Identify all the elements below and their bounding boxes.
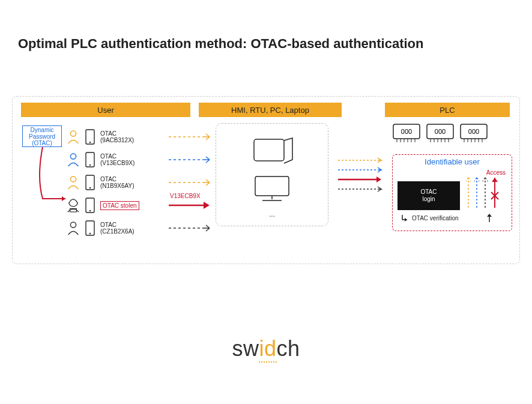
- svg-point-2: [89, 142, 91, 143]
- svg-point-4: [70, 154, 76, 159]
- stolen-code-label: V13ECB9X: [170, 193, 201, 199]
- monitor-icon: [249, 173, 295, 203]
- otac-code-label: OTAC(CZ1B2X6A): [100, 222, 144, 235]
- chip-icon: 000: [426, 123, 455, 145]
- svg-point-0: [70, 131, 76, 136]
- chip-icon: 000: [459, 123, 488, 145]
- user-row: OTAC(9ACB312X): [67, 125, 144, 148]
- user-row: OTAC(V13ECB9X): [67, 148, 144, 171]
- phone-icon: [83, 174, 97, 191]
- otac-verification-label: OTAC verification: [401, 213, 494, 223]
- phone-icon: [83, 197, 97, 214]
- otac-code-label: OTAC(N1B9X6AY): [100, 176, 144, 189]
- swidch-logo: swidch: [0, 336, 532, 361]
- svg-rect-21: [255, 176, 289, 196]
- identifiable-title: Identifiable user: [393, 157, 512, 166]
- chip-icon: 000: [392, 123, 421, 145]
- phone-icon: [83, 151, 97, 168]
- otac-login-box: OTAC login: [397, 181, 460, 210]
- hmi-to-plc-arrows: [338, 157, 386, 205]
- person-icon: [67, 174, 80, 191]
- user-row: OTAC(N1B9X6AY): [67, 171, 144, 194]
- hmi-device-box: ...: [216, 123, 328, 226]
- user-to-hmi-arrow: [169, 148, 212, 171]
- theft-path-arrow: [39, 147, 69, 204]
- return-arrow-icon: [401, 214, 410, 222]
- page-title: Optimal PLC authentication method: OTAC-…: [18, 36, 424, 52]
- person-icon: [67, 128, 80, 145]
- access-arrows: [465, 174, 507, 210]
- hmi-ellipsis: ...: [269, 210, 275, 219]
- user-to-hmi-arrow: [169, 171, 212, 194]
- svg-text:000: 000: [435, 128, 446, 135]
- col-header-user: User: [21, 103, 190, 117]
- svg-rect-20: [254, 139, 284, 161]
- plc-chips: 000 000 000: [392, 123, 488, 145]
- dynamic-password-box: Dynamic Password (OTAC): [22, 125, 62, 147]
- user-row-hacker: OTAC stolen: [67, 194, 139, 217]
- hacker-icon: [67, 197, 80, 214]
- tablet-icon: [249, 136, 295, 166]
- phone-icon: [83, 220, 97, 237]
- user-to-hmi-arrow: [169, 217, 212, 240]
- user-row: OTAC(CZ1B2X6A): [67, 217, 144, 240]
- user-to-hmi-arrow: [169, 125, 212, 148]
- svg-point-10: [89, 187, 91, 188]
- svg-point-6: [89, 164, 91, 166]
- svg-text:000: 000: [401, 128, 412, 135]
- otac-stolen-badge: OTAC stolen: [100, 201, 139, 210]
- svg-point-16: [70, 222, 76, 228]
- person-icon: [67, 220, 80, 237]
- otac-code-label: OTAC(9ACB312X): [100, 130, 144, 143]
- svg-point-18: [89, 233, 91, 234]
- identifiable-user-box: Identifiable user Access OTAC login OTAC…: [392, 154, 512, 231]
- phone-icon: [83, 128, 97, 145]
- col-header-plc: PLC: [385, 103, 510, 117]
- svg-point-14: [89, 210, 91, 211]
- svg-text:000: 000: [468, 128, 479, 135]
- svg-point-8: [70, 176, 76, 182]
- diagram-container: User HMI, RTU, PC, Laptop PLC Dynamic Pa…: [12, 96, 520, 264]
- col-header-hmi: HMI, RTU, PC, Laptop: [199, 103, 342, 117]
- up-arrow-icon: [485, 213, 494, 223]
- otac-code-label: OTAC(V13ECB9X): [100, 153, 144, 166]
- person-icon: [67, 151, 80, 168]
